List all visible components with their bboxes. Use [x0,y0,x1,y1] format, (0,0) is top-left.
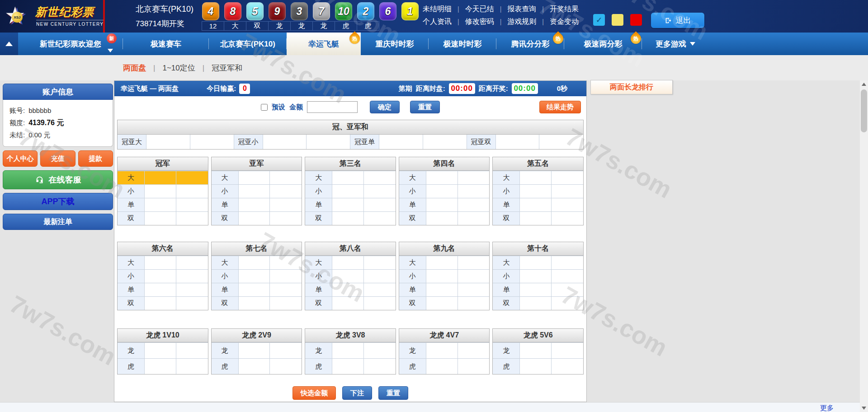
quick-amount-button[interactable]: 快选金额 [292,386,336,400]
sidebar-button-1[interactable]: 个人中心 [3,150,38,167]
odds-cell[interactable] [239,171,270,184]
bet-cell[interactable] [364,343,396,358]
odds-cell[interactable] [239,256,270,269]
bet-cell[interactable] [270,283,302,296]
bet-cell[interactable] [270,297,302,310]
odds-cell[interactable] [332,171,364,184]
bet-cell[interactable] [270,256,302,269]
odds-cell[interactable] [146,135,190,149]
bet-cell[interactable] [364,297,396,310]
bet-cell[interactable] [176,359,208,374]
odds-cell[interactable] [426,198,458,211]
theme-swatch[interactable]: ✓ [593,14,605,26]
bet-cell[interactable] [552,212,583,225]
bet-cell[interactable] [190,135,234,149]
latest-orders-button[interactable]: 最新注单 [3,214,113,230]
bet-cell[interactable] [423,135,467,149]
bet-cell[interactable] [364,171,396,184]
bet-cell[interactable] [458,198,490,211]
bet-cell[interactable] [552,359,583,374]
bet-cell[interactable] [176,171,208,184]
odds-cell[interactable] [145,343,176,358]
odds-cell[interactable] [426,171,458,184]
sidebar-button-2[interactable]: 充值 [40,150,75,167]
bet-cell[interactable] [176,212,208,225]
odds-cell[interactable] [426,297,458,310]
odds-cell[interactable] [145,270,176,283]
odds-cell[interactable] [520,185,552,198]
odds-cell[interactable] [145,171,176,184]
theme-swatch[interactable] [612,14,623,26]
bet-cell[interactable] [176,270,208,283]
odds-cell[interactable] [332,198,364,211]
result-trend-button[interactable]: 结果走势 [539,101,581,113]
bet-cell[interactable] [458,343,490,358]
bet-cell[interactable] [270,171,302,184]
bet-cell[interactable] [552,297,583,310]
bet-cell[interactable] [458,185,490,198]
bet-cell[interactable] [270,359,302,374]
header-link[interactable]: 今天已结 [465,5,494,14]
bet-cell[interactable] [270,270,302,283]
nav-tab-6[interactable]: 极速时时彩 [429,33,496,55]
online-service-button[interactable]: 在线客服 [3,170,113,189]
bet-cell[interactable] [270,198,302,211]
odds-cell[interactable] [426,212,458,225]
nav-tab-8[interactable]: 极速两分彩热 [564,33,642,55]
more-link[interactable]: 更多 [820,404,834,412]
nav-tab-3[interactable]: 北京赛车(PK10) [209,33,287,55]
header-link[interactable]: 修改密码 [465,17,494,27]
odds-cell[interactable] [426,185,458,198]
bet-cell[interactable] [458,256,490,269]
odds-cell[interactable] [520,198,552,211]
header-link[interactable]: 游戏规则 [507,17,536,27]
app-download-button[interactable]: APP下载 [3,193,113,210]
odds-cell[interactable] [145,198,176,211]
bet-cell[interactable] [458,270,490,283]
bet-cell[interactable] [552,283,583,296]
odds-cell[interactable] [520,343,552,358]
scrollbar-up-arrow[interactable] [860,80,868,88]
bet-cell[interactable] [552,270,583,283]
bet-cell[interactable] [458,171,490,184]
bet-cell[interactable] [364,185,396,198]
nav-tab-2[interactable]: 极速赛车 [123,33,209,55]
bet-cell[interactable] [552,171,583,184]
reset-bets-button[interactable]: 重置 [378,386,408,400]
nav-tab-5[interactable]: 重庆时时彩 [361,33,429,55]
odds-cell[interactable] [520,256,552,269]
odds-cell[interactable] [332,185,364,198]
bet-cell[interactable] [364,270,396,283]
odds-cell[interactable] [426,256,458,269]
bet-cell[interactable] [307,135,350,149]
odds-cell[interactable] [145,283,176,296]
odds-cell[interactable] [332,256,364,269]
odds-cell[interactable] [426,270,458,283]
odds-cell[interactable] [520,283,552,296]
odds-cell[interactable] [239,343,270,358]
bet-cell[interactable] [176,297,208,310]
nav-tab-9[interactable]: 更多游戏 [642,33,709,55]
sidebar-button-3[interactable]: 提款 [78,150,113,167]
subnav-item-1[interactable]: 两面盘 [123,63,146,73]
scrollbar[interactable] [860,80,868,412]
bet-cell[interactable] [552,185,583,198]
scrollbar-down-arrow[interactable] [860,404,868,412]
header-link[interactable]: 未结明细 [423,5,452,14]
logout-button[interactable]: 退出 [651,13,704,28]
odds-cell[interactable] [520,212,552,225]
bet-cell[interactable] [364,359,396,374]
odds-cell[interactable] [332,283,364,296]
odds-cell[interactable] [239,283,270,296]
bet-cell[interactable] [270,212,302,225]
bet-cell[interactable] [458,283,490,296]
odds-cell[interactable] [239,297,270,310]
bet-cell[interactable] [176,283,208,296]
bet-cell[interactable] [364,283,396,296]
two-side-long-dragon-rank-button[interactable]: 两面长龙排行 [590,80,673,94]
bet-cell[interactable] [176,343,208,358]
odds-cell[interactable] [496,135,540,149]
odds-cell[interactable] [520,171,552,184]
bet-cell[interactable] [364,198,396,211]
odds-cell[interactable] [426,359,458,374]
